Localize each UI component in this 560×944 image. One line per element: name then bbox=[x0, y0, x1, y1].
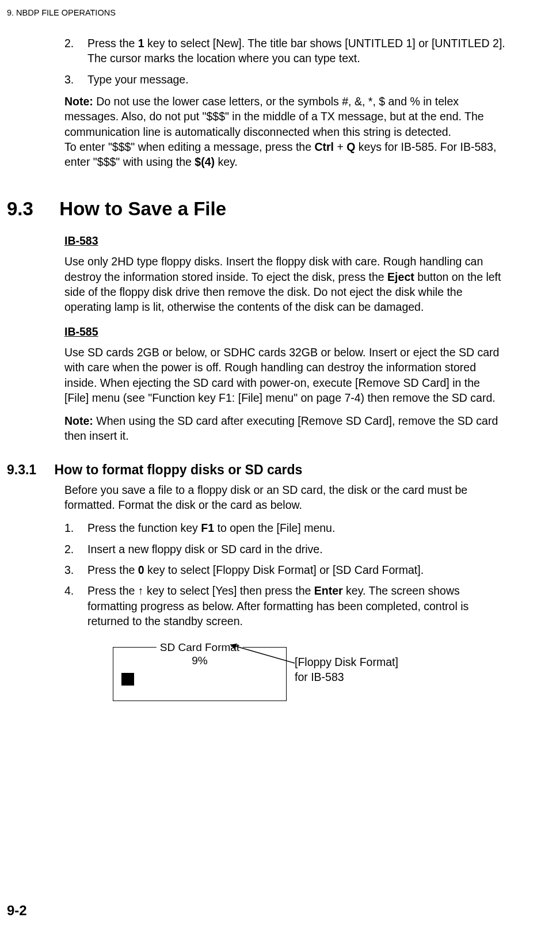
progress-block-icon bbox=[121, 673, 134, 686]
subsection-heading: 9.3.1 How to format floppy disks or SD c… bbox=[7, 461, 506, 479]
format-steps-list: 1. Press the function key F1 to open the… bbox=[64, 520, 506, 629]
section-number: 9.3 bbox=[7, 196, 33, 222]
step-text: Insert a new floppy disk or SD card in t… bbox=[87, 543, 323, 555]
step-text: Press the 1 key to select [New]. The tit… bbox=[87, 37, 505, 64]
format-percent: 9% bbox=[192, 653, 207, 668]
step-item: 1. Press the function key F1 to open the… bbox=[64, 520, 506, 535]
step-number: 3. bbox=[64, 72, 81, 87]
note-paragraph: Note: Do not use the lower case letters,… bbox=[64, 94, 506, 170]
callout-line-1: [Floppy Disk Format] bbox=[295, 656, 398, 668]
step-item: 3. Type your message. bbox=[64, 72, 506, 87]
ib585-note: Note: When using the SD card after execu… bbox=[64, 413, 506, 444]
sub-heading-ib585: IB-585 bbox=[64, 324, 506, 339]
subsection-title: How to format floppy disks or SD cards bbox=[55, 461, 303, 479]
step-item: 2. Press the 1 key to select [New]. The … bbox=[64, 36, 506, 66]
step-text: Press the 0 key to select [Floppy Disk F… bbox=[87, 564, 424, 576]
step-item: 4. Press the ↑ key to select [Yes] then … bbox=[64, 583, 506, 629]
section-title: How to Save a File bbox=[59, 196, 226, 222]
step-item: 2. Insert a new floppy disk or SD card i… bbox=[64, 542, 506, 557]
step-text: Press the ↑ key to select [Yes] then pre… bbox=[87, 584, 468, 627]
page-number: 9-2 bbox=[7, 903, 27, 919]
step-number: 4. bbox=[64, 583, 81, 598]
step-item: 3. Press the 0 key to select [Floppy Dis… bbox=[64, 562, 506, 577]
running-header: 9. NBDP FILE OPERATIONS bbox=[7, 8, 506, 17]
step-number: 2. bbox=[64, 36, 81, 51]
top-steps-list: 2. Press the 1 key to select [New]. The … bbox=[64, 36, 506, 87]
step-text: Type your message. bbox=[87, 73, 189, 86]
step-text: Press the function key F1 to open the [F… bbox=[87, 522, 335, 534]
svg-line-0 bbox=[230, 645, 295, 663]
step-number: 1. bbox=[64, 520, 81, 535]
ib583-body: Use only 2HD type floppy disks. Insert t… bbox=[64, 254, 506, 314]
section-heading: 9.3 How to Save a File bbox=[7, 196, 506, 222]
callout-line-2: for IB-583 bbox=[295, 671, 344, 683]
subsection-intro: Before you save a file to a floppy disk … bbox=[64, 482, 506, 513]
subsection-number: 9.3.1 bbox=[7, 461, 36, 479]
step-number: 3. bbox=[64, 562, 81, 577]
ib585-body: Use SD cards 2GB or below, or SDHC cards… bbox=[64, 345, 506, 405]
format-figure: SD Card Format 9% [Floppy Disk Format] f… bbox=[64, 639, 506, 720]
figure-callout: [Floppy Disk Format] for IB-583 bbox=[295, 655, 398, 684]
sub-heading-ib583: IB-583 bbox=[64, 233, 506, 248]
callout-arrow-icon bbox=[227, 639, 302, 668]
step-number: 2. bbox=[64, 542, 81, 557]
